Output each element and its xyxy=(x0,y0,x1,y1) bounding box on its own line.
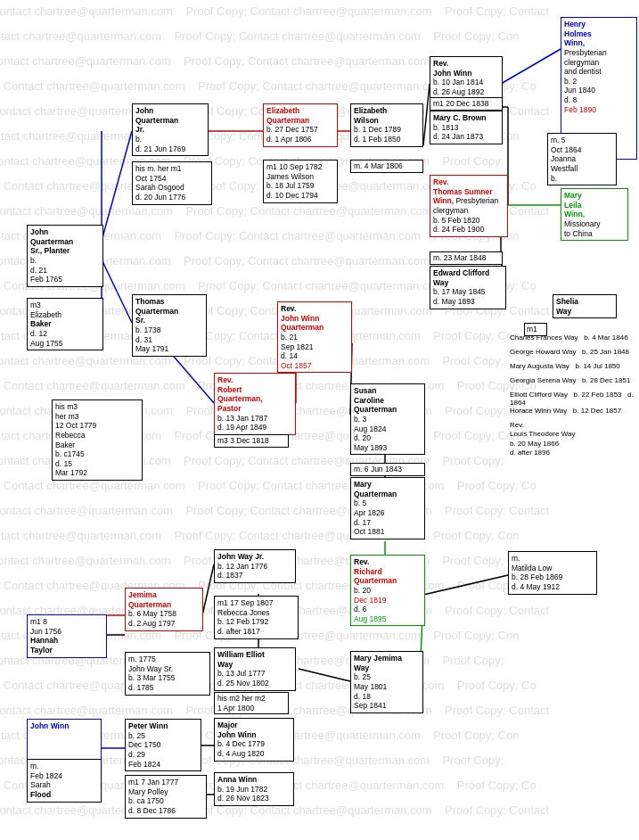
marriage-6jun1843: m. 6 Jun 1843 xyxy=(350,463,425,476)
svg-line-28 xyxy=(423,575,508,595)
person-m5-oct1864: m. 5Oct 1864JoannaWestfallb. xyxy=(547,133,617,185)
person-thomas-quarterman-sr: ThomasQuartermanSr. b. 1738d. 31May 1791 xyxy=(132,294,207,357)
person-john-quarterman-sr: JohnQuartermanSr., Planter b.d. 21Feb 17… xyxy=(27,225,103,287)
person-rev-robert-quarterman: Rev.RobertQuarterman,Pastor b. 13 Jan 17… xyxy=(214,373,296,435)
svg-line-3 xyxy=(169,351,214,403)
person-rev-louis-way: Rev.Louis Theodore Wayb. 20 May 1866d. a… xyxy=(510,421,575,458)
svg-line-24 xyxy=(202,564,214,615)
person-mary-leila-winn: MaryLeilaWinn, Missionaryto China xyxy=(561,188,628,241)
person-charles-frances-way: Charles Frances Way b. 4 Mar 1846 xyxy=(510,334,628,342)
person-m17sep1807-rebecca: m1 17 Sep 1807Rebecca Jonesb. 12 Feb 179… xyxy=(214,596,299,639)
person-jemima-quarterman: JemimaQuarterman b. 6 May 1758d. 2 Aug 1… xyxy=(125,588,203,631)
svg-line-0 xyxy=(102,259,132,323)
person-m1-7jan1777-mary: m1 7 Jan 1777Mary Polleyb. ca 1750d. 8 D… xyxy=(125,775,207,819)
marriage-23mar1848: m. 23 Mar 1848 xyxy=(430,251,503,265)
person-elliott-clifford-way: Elliott Clifford Way b. 22 Feb 1853 d. 1… xyxy=(510,391,639,407)
person-horace-winn-way: Horace Winn Way b. 12 Dec 1857 xyxy=(510,407,621,415)
person-m3-elizabeth-baker: m3ElizabethBaker d. 12Aug 1755 xyxy=(27,298,103,350)
person-major-john-winn: MajorJohn Winn b. 4 Dec 1779d. 4 Aug 182… xyxy=(214,718,294,762)
marriage-1apr1800: his m2 her m21 Apr 1800 xyxy=(214,692,289,714)
person-m-1775-john-way-sr: m. 1775John Way Sr.b. 3 Mar 1755d. 1785 xyxy=(125,652,210,696)
person-rev-john-winn-quarterman: Rev. John WinnQuarterman b. 21Sep 1821d.… xyxy=(277,301,352,373)
person-rev-richard-quarterman: Rev. RichardQuarterman b. 20 Dec 1819 d.… xyxy=(350,555,425,626)
person-his-m3-rebecca-baker: his m3her m312 Oct 1779RebeccaBakerb. c1… xyxy=(52,399,143,481)
person-mary-jemima-way: Mary JemimaWay b. 25May 1801d. 18Sep 184… xyxy=(350,651,423,713)
person-his-m-sarah-osgood: his m. her m1Oct 1754Sarah Osgoodd. 20 J… xyxy=(132,161,212,205)
person-john-way-jr: John Way Jr. b. 12 Jan 1776d. 1837 xyxy=(214,549,296,583)
svg-line-6 xyxy=(423,84,430,145)
person-georgia-serena-way: Georgia Serena Way b. 28 Dec 1851 xyxy=(510,376,630,384)
person-rev-thomas-winn: Rev.Thomas SumnerWinn, Presbyterianclerg… xyxy=(430,175,508,237)
person-mary-c-brown: Mary C. Brown b. 1813d. 24 Jan 1873 xyxy=(430,111,503,144)
person-m-feb1824-sarah-flood: m.Feb 1824SarahFlood xyxy=(27,759,102,803)
marriage-20dec1838: m1 20 Dec 1838 xyxy=(430,97,503,111)
person-shelia-way: SheliaWay xyxy=(553,294,617,318)
svg-line-7 xyxy=(501,49,561,84)
person-peter-winn: Peter Winn b. 25Dec 1750d. 29Feb 1824 xyxy=(125,719,201,771)
person-mary-quarterman: MaryQuarterman b. 5Apr 1826d. 17Oct 1881 xyxy=(350,477,425,539)
person-m-matilda-low: m.Matilda Lowb. 28 Feb 1869d. 4 May 1912 xyxy=(508,551,597,595)
person-elizabeth-wilson: ElizabethWilson b. 1 Dec 1789d. 1 Feb 18… xyxy=(350,103,423,147)
person-george-howard-way: George Howard Way b. 25 Jan 1848 xyxy=(510,348,629,356)
person-anna-winn: Anna Winn b. 19 Jun 1782d. 26 Nov 1823 xyxy=(214,772,294,806)
person-susan-caroline-quarterman: SusanCarolineQuarterman b. 3Aug 1824d. 2… xyxy=(350,383,425,455)
person-john-quarterman-jr: JohnQuartermanJr. b.d. 21 Jun 1769 xyxy=(132,103,209,156)
marriage-3dec1818: m3 3 Dec 1818 xyxy=(214,434,289,448)
person-m1-8jun1756-hannah: m1 8Jun 1756HannahTaylor xyxy=(27,614,107,658)
person-william-elliot-way: William ElliotWay b. 13 Jul 1777d. 25 No… xyxy=(214,647,296,691)
person-m10-sep1782-james: m1 10 Sep 1782James Wilsonb. 18 Jul 1759… xyxy=(263,160,338,203)
person-elizabeth-quarterman: ElizabethQuarterman b. 27 Dec 1757d. 1 A… xyxy=(263,103,338,147)
svg-line-26 xyxy=(299,669,350,681)
person-rev-john-winn: Rev.John Winn b. 10 Jan 1814d. 26 Aug 18… xyxy=(430,56,503,100)
svg-line-1 xyxy=(102,131,132,241)
marriage-4mar1806: m. 4 Mar 1806 xyxy=(350,160,423,173)
person-edward-clifford-way: Edward CliffordWay b. 17 May 1845d. May … xyxy=(430,266,506,309)
person-mary-augusta-way: Mary Augusta Way b. 14 Jul 1850 xyxy=(510,362,620,370)
